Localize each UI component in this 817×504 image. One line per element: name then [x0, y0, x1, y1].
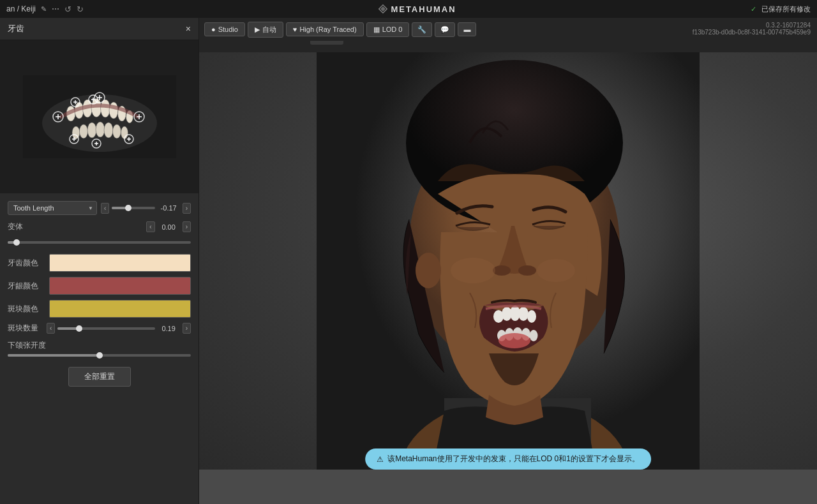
- spot-color-label: 斑块颜色: [8, 304, 43, 315]
- spot-count-decrease[interactable]: ‹: [47, 323, 55, 334]
- tooth-length-value: -0.17: [158, 204, 180, 212]
- studio-label: Studio: [218, 26, 238, 33]
- tooth-length-decrease[interactable]: ‹: [101, 203, 109, 214]
- edit-icon[interactable]: ✎: [41, 5, 47, 13]
- panel-header: 牙齿 ×: [0, 18, 199, 40]
- spot-count-track[interactable]: [57, 327, 154, 330]
- spot-count-slider: ‹ 0.19 ›: [47, 323, 191, 334]
- version-hash: f13b723b-d0db-0c8f-3141-007475b459e9: [693, 29, 811, 36]
- svg-point-52: [537, 259, 575, 282]
- undo-icon[interactable]: ↺: [64, 4, 71, 14]
- app-logo: METAHUMAN: [378, 4, 456, 14]
- tooth-length-dropdown-wrapper[interactable]: Tooth Length ▼: [8, 201, 97, 215]
- quality-label: High (Ray Traced): [299, 26, 356, 33]
- auto-button[interactable]: ▶ 自动: [248, 22, 283, 38]
- svg-point-17: [112, 124, 121, 138]
- tooth-color-swatch[interactable]: [49, 254, 191, 272]
- save-status: 已保存所有修改: [761, 4, 811, 14]
- toolbar-extra-1[interactable]: 🔧: [412, 22, 432, 37]
- tooth-length-thumb[interactable]: [125, 205, 131, 211]
- lod-icon: ▦: [373, 26, 380, 34]
- panel-close-button[interactable]: ×: [186, 24, 191, 34]
- studio-icon: ●: [211, 26, 216, 33]
- spot-count-label: 斑块数量: [8, 323, 43, 334]
- variator-decrease[interactable]: ‹: [146, 221, 154, 232]
- extra-icon-2: 💬: [440, 26, 449, 34]
- topbar-left: an / Keiji ✎ ⋯ ↺ ↻: [6, 4, 84, 14]
- jaw-open-slider: [8, 354, 191, 357]
- spot-count-thumb[interactable]: [76, 325, 82, 332]
- tooth-length-increase[interactable]: ›: [183, 203, 191, 214]
- tooth-length-track[interactable]: [112, 207, 154, 209]
- jaw-open-row: 下颌张开度: [8, 340, 191, 357]
- variator-value: 0.00: [158, 223, 180, 231]
- svg-point-49: [493, 265, 511, 276]
- svg-point-13: [79, 124, 87, 138]
- redo-icon[interactable]: ↻: [77, 4, 84, 14]
- variator-label: 变体: [8, 221, 23, 232]
- breadcrumb: an / Keiji: [6, 4, 36, 13]
- spot-count-row: 斑块数量 ‹ 0.19 ›: [8, 323, 191, 334]
- gum-color-label: 牙龈颜色: [8, 281, 43, 292]
- jaw-open-fill: [8, 354, 100, 357]
- variator-controls: ‹ 0.00 ›: [146, 221, 191, 232]
- tooth-color-row: 牙齿颜色: [8, 254, 191, 272]
- version-number: 0.3.2-16071284: [693, 22, 811, 29]
- teeth-diagram: [23, 75, 176, 158]
- svg-point-14: [87, 122, 96, 138]
- logo-icon: [378, 4, 388, 14]
- spot-count-value: 0.19: [158, 325, 180, 332]
- auto-label: 自动: [262, 25, 276, 34]
- toolbar-extra-3[interactable]: ▬: [458, 22, 476, 36]
- controls-section: Tooth Length ▼ ‹ -0.17 › 变体: [0, 193, 199, 504]
- studio-button[interactable]: ● Studio: [204, 22, 245, 36]
- spot-color-swatch[interactable]: [49, 300, 191, 318]
- left-panel: 牙齿 ×: [0, 18, 199, 504]
- reset-all-button[interactable]: 全部重置: [68, 367, 131, 387]
- main-area: 牙齿 ×: [0, 18, 817, 504]
- face-render: [199, 41, 817, 470]
- face-svg: [317, 41, 700, 470]
- tooth-length-select[interactable]: Tooth Length: [8, 201, 97, 215]
- svg-point-63: [498, 333, 530, 348]
- variator-slider-row: [8, 241, 191, 244]
- svg-point-51: [451, 258, 495, 283]
- tooth-color-label: 牙齿颜色: [8, 258, 43, 269]
- svg-point-62: [530, 330, 538, 341]
- warning-banner: ⚠ 该MetaHuman使用了开发中的发束，只能在LOD 0和1的设置下才会显示…: [365, 448, 651, 470]
- extra-icon-3: ▬: [463, 26, 470, 33]
- jaw-open-label: 下颌张开度: [8, 340, 191, 351]
- spot-count-increase[interactable]: ›: [183, 323, 191, 334]
- app-title: METAHUMAN: [391, 4, 456, 14]
- topbar-right: ✓ 已保存所有修改: [751, 4, 811, 14]
- more-icon[interactable]: ⋯: [52, 4, 59, 13]
- gum-color-row: 牙龈颜色: [8, 277, 191, 295]
- svg-point-57: [527, 310, 536, 323]
- tooth-length-row: Tooth Length ▼ ‹ -0.17 ›: [8, 201, 191, 215]
- version-info: 0.3.2-16071284 f13b723b-d0db-0c8f-3141-0…: [693, 22, 811, 36]
- topbar: an / Keiji ✎ ⋯ ↺ ↻ METAHUMAN ✓ 已保存所有修改: [0, 0, 817, 18]
- quality-button[interactable]: ♥ High (Ray Traced): [286, 22, 364, 36]
- lod-button[interactable]: ▦ LOD 0: [366, 22, 410, 37]
- gum-color-swatch[interactable]: [49, 277, 191, 295]
- svg-point-56: [518, 307, 528, 321]
- save-status-icon: ✓: [751, 5, 756, 13]
- toolbar-extra-2[interactable]: 💬: [435, 22, 455, 37]
- warning-icon: ⚠: [377, 455, 384, 464]
- svg-point-48: [416, 253, 441, 288]
- jaw-open-track[interactable]: [8, 354, 191, 357]
- extra-icon-1: 🔧: [417, 26, 426, 34]
- variator-track[interactable]: [8, 241, 191, 244]
- variator-increase[interactable]: ›: [183, 221, 191, 232]
- viewport: ● Studio ▶ 自动 ♥ High (Ray Traced) ▦ LOD …: [199, 18, 817, 504]
- variator-thumb[interactable]: [13, 239, 20, 246]
- svg-point-50: [518, 265, 536, 276]
- teeth-preview: [0, 40, 199, 193]
- heart-icon: ♥: [293, 26, 297, 33]
- panel-title: 牙齿: [8, 23, 24, 34]
- video-icon: ▶: [255, 26, 260, 34]
- svg-point-12: [72, 126, 80, 139]
- variator-row: 变体 ‹ 0.00 ›: [8, 221, 191, 232]
- lod-label: LOD 0: [382, 26, 403, 33]
- jaw-open-thumb[interactable]: [96, 352, 103, 359]
